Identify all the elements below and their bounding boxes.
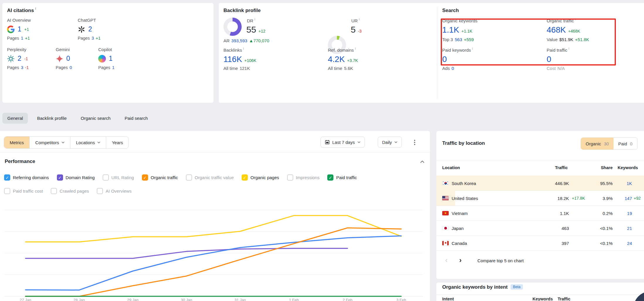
ur-label: URi bbox=[351, 18, 360, 23]
chatgpt-value[interactable]: 2 bbox=[88, 25, 92, 33]
dashboard-screen: AI citationsi AI Overview 1 +1 Pages1+1 … bbox=[0, 0, 644, 301]
annotation-red-box bbox=[441, 19, 616, 65]
checkbox-domain-rating[interactable] bbox=[57, 174, 63, 181]
checkbox-organic-pages[interactable] bbox=[242, 174, 248, 181]
metric-paid-traffic[interactable]: Paid traffic bbox=[327, 174, 357, 181]
copilot-pages: Pages1 bbox=[98, 65, 114, 70]
share-value: <0.1% bbox=[600, 226, 613, 231]
google-icon bbox=[7, 26, 15, 33]
collapse-chevron-icon[interactable] bbox=[420, 160, 425, 163]
gemini-value[interactable]: 0 bbox=[66, 55, 70, 63]
chatgpt-icon bbox=[78, 26, 85, 33]
metric-organic-traffic-value[interactable]: Organic traffic value bbox=[186, 174, 234, 181]
chatgpt-pages: Pages3+1 bbox=[78, 36, 101, 41]
col-traffic[interactable]: Traffic bbox=[555, 165, 568, 170]
perplexity-value-row: 2 -1 bbox=[7, 55, 28, 63]
tab-organic-search[interactable]: Organic search bbox=[76, 113, 116, 124]
metric-crawled-pages[interactable]: Crawled pages bbox=[51, 188, 89, 194]
keywords-link[interactable]: 19 bbox=[627, 211, 632, 216]
share-value: 3.9% bbox=[603, 196, 613, 201]
keywords-link[interactable]: 24 bbox=[627, 241, 632, 245]
dr-change: +12 bbox=[258, 29, 265, 33]
tab-paid-search[interactable]: Paid search bbox=[120, 113, 153, 124]
copilot-value[interactable]: 1 bbox=[109, 55, 113, 63]
keywords-link[interactable]: 21 bbox=[627, 226, 632, 231]
col-intent-keywords[interactable]: Keywords bbox=[533, 297, 553, 301]
checkbox-paid-traffic[interactable] bbox=[327, 174, 333, 181]
organic-paid-toggle: Organic30 Paid0 bbox=[581, 137, 638, 150]
info-icon[interactable]: i bbox=[359, 17, 360, 21]
next-page-chevron-icon[interactable]: › bbox=[459, 257, 462, 264]
col-share[interactable]: Share bbox=[601, 165, 613, 170]
date-range-button[interactable]: Last 7 days bbox=[321, 137, 365, 148]
table-row-united-states[interactable]: United States 18.2K +17.8K 3.9% 147 +92 bbox=[436, 191, 644, 206]
info-icon[interactable]: i bbox=[243, 47, 244, 50]
performance-title: Performance bbox=[5, 159, 35, 164]
keywords-link[interactable]: 147 bbox=[625, 196, 632, 201]
col-intent-traffic[interactable]: Traffic bbox=[557, 297, 570, 301]
table-row-japan[interactable]: Japan 463 <0.1% 21 bbox=[436, 221, 644, 236]
traffic-value: 463 bbox=[562, 226, 569, 231]
svg-text:3 Feb: 3 Feb bbox=[396, 298, 406, 301]
metric-impressions[interactable]: Impressions bbox=[287, 174, 320, 181]
location-name[interactable]: United States bbox=[452, 196, 478, 201]
checkbox-paid-traffic-cost[interactable] bbox=[4, 188, 10, 194]
metric-ai-overviews[interactable]: AI Overviews bbox=[97, 188, 131, 194]
table-row-canada[interactable]: Canada 397 <0.1% 24 bbox=[436, 236, 644, 251]
ur-value: 5 bbox=[351, 25, 356, 34]
more-options-button[interactable] bbox=[412, 138, 417, 147]
performance-line-chart[interactable]: 27 Jan28 Jan29 Jan30 Jan31 Jan1 Feb2 Feb… bbox=[0, 198, 430, 301]
filter-competitors[interactable]: Competitors bbox=[30, 137, 70, 148]
compare-top5-link[interactable]: Compare top 5 on chart bbox=[477, 258, 524, 263]
tab-general[interactable]: General bbox=[2, 113, 28, 124]
table-row-south-korea[interactable]: South Korea 446.9K 95.5% 1K bbox=[436, 176, 644, 191]
col-location[interactable]: Location bbox=[442, 165, 460, 170]
info-icon[interactable]: i bbox=[355, 47, 355, 50]
location-name[interactable]: Canada bbox=[452, 241, 467, 245]
prev-page-chevron-icon[interactable]: ‹ bbox=[445, 257, 448, 264]
checkbox-ai-overviews[interactable] bbox=[97, 188, 103, 194]
checkbox-crawled-pages[interactable] bbox=[51, 188, 57, 194]
tab-backlink-profile[interactable]: Backlink profile bbox=[32, 113, 72, 124]
toggle-paid[interactable]: Paid0 bbox=[614, 138, 637, 149]
metric-url-rating[interactable]: URL Rating bbox=[103, 174, 134, 181]
ai-overview-value[interactable]: 1 bbox=[18, 25, 21, 33]
col-keywords[interactable]: Keywords bbox=[618, 165, 638, 170]
svg-text:1 Feb: 1 Feb bbox=[289, 298, 299, 301]
checkbox-url-rating[interactable] bbox=[103, 174, 109, 181]
metric-referring-domains[interactable]: Referring domains bbox=[4, 174, 49, 181]
metric-organic-traffic[interactable]: Organic traffic bbox=[142, 174, 178, 181]
checkbox-organic-traffic[interactable] bbox=[142, 174, 148, 181]
beta-badge: Beta bbox=[511, 284, 523, 290]
ai-overview-value-row: 1 +1 bbox=[7, 25, 29, 33]
chatgpt-value-row: 2 bbox=[78, 25, 92, 33]
granularity-button[interactable]: Daily bbox=[378, 137, 402, 148]
checkbox-referring-domains[interactable] bbox=[4, 174, 10, 181]
checkbox-organic-traffic-value[interactable] bbox=[186, 174, 192, 181]
keywords-link[interactable]: 1K bbox=[627, 181, 632, 186]
ai-overview-pages: Pages1+1 bbox=[7, 36, 30, 41]
checkbox-impressions[interactable] bbox=[287, 174, 293, 181]
metric-organic-pages[interactable]: Organic pages bbox=[242, 174, 279, 181]
perplexity-value[interactable]: 2 bbox=[18, 55, 21, 63]
backlinks-value[interactable]: 116K bbox=[223, 55, 242, 64]
toggle-organic[interactable]: Organic30 bbox=[581, 138, 614, 149]
ref-domains-value[interactable]: 4.2K bbox=[328, 55, 345, 64]
metric-domain-rating[interactable]: Domain Rating bbox=[57, 174, 95, 181]
svg-text:30 Jan: 30 Jan bbox=[181, 298, 192, 301]
location-name[interactable]: South Korea bbox=[452, 181, 476, 186]
filter-locations[interactable]: Locations bbox=[70, 137, 106, 148]
backlinks-value-row: 116K+106K bbox=[223, 55, 256, 64]
flag-vietnam-icon bbox=[442, 211, 449, 215]
metric-paid-traffic-cost[interactable]: Paid traffic cost bbox=[4, 188, 43, 194]
filter-years[interactable]: Years bbox=[106, 137, 128, 148]
col-intent[interactable]: Intent bbox=[442, 297, 454, 301]
info-icon[interactable]: i bbox=[255, 17, 255, 21]
table-row-vietnam[interactable]: Vietnam 1.1K 0.2% 19 bbox=[436, 206, 644, 221]
location-name[interactable]: Japan bbox=[452, 226, 464, 231]
ref-domains-alltime: All time5.6K bbox=[328, 66, 353, 71]
cost-row: CostN/A bbox=[547, 66, 565, 71]
filter-metrics[interactable]: Metrics bbox=[4, 137, 30, 148]
location-name[interactable]: Vietnam bbox=[452, 211, 468, 216]
info-icon[interactable]: i bbox=[35, 7, 36, 10]
